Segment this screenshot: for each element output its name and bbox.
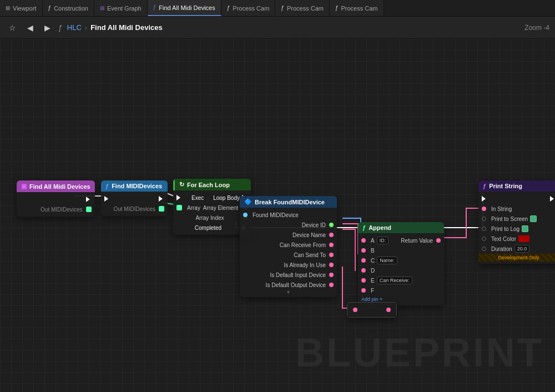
node-append[interactable]: ƒ Append A ID: Return Value B C Name: (358, 222, 444, 305)
append-b-pin[interactable] (361, 248, 366, 253)
node-find-mididevices[interactable]: ƒ Find MIDIDevices Out MIDIDevices (101, 180, 168, 216)
tab-construction[interactable]: ƒ Construction (43, 0, 94, 16)
print-printtoscreen-pin[interactable] (482, 217, 486, 221)
print-printtoscreen-label: Print to Screen (491, 216, 528, 222)
break-isalready-pin[interactable] (329, 263, 334, 267)
foreach-array-element-label: Array Element (203, 205, 238, 211)
breadcrumb: HLC › Find All Midi Devices (67, 23, 163, 32)
print-duration-value[interactable]: 20.0 (514, 245, 530, 253)
append-f-row: F (358, 285, 444, 295)
node-connector-bottom[interactable] (347, 302, 397, 318)
print-instring-pin[interactable] (482, 207, 486, 211)
node-print-string[interactable]: ƒ Print String In String Print to Screen… (478, 180, 555, 264)
breadcrumb-current: Find All Midi Devices (90, 23, 163, 32)
break-isdefaultoutput-pin[interactable] (329, 283, 334, 287)
append-d-pin[interactable] (361, 268, 366, 273)
tab-bar: ⊞ Viewport ƒ Construction ⊞ Event Graph … (0, 0, 555, 17)
append-returnvalue-pin[interactable] (436, 238, 441, 243)
break-devicename-pin[interactable] (329, 233, 334, 237)
find-midi-out-pin[interactable] (86, 207, 92, 212)
append-header: ƒ Append (358, 222, 444, 233)
break-isdefaultinput-row: Is Default Input Device (240, 270, 337, 280)
tab-event-graph[interactable]: ⊞ Event Graph (94, 0, 148, 16)
break-deviceid-pin[interactable] (329, 223, 334, 227)
break-devicename-row: Device Name (240, 230, 337, 240)
connector-right-pin[interactable] (386, 308, 391, 312)
connector-left-pin[interactable] (353, 308, 357, 312)
print-printtoscreen-checkbox[interactable] (530, 215, 537, 222)
connector-bottom-row (350, 305, 394, 315)
append-c-value[interactable]: Name: (377, 257, 397, 264)
tab-find-all-midi[interactable]: ƒ Find All Midi Devices (148, 0, 221, 16)
breadcrumb-root[interactable]: HLC (67, 23, 82, 32)
print-exec-in[interactable] (482, 196, 487, 202)
find-devices-exec-in[interactable] (104, 196, 110, 202)
break-cansend-label: Can Send To (294, 252, 326, 258)
append-e-value[interactable]: Can Receive: (377, 277, 412, 284)
break-devicename-label: Device Name (292, 232, 326, 238)
tab-construction-label: Construction (54, 5, 88, 12)
print-duration-pin[interactable] (482, 247, 486, 251)
append-c-pin[interactable] (361, 258, 366, 263)
break-title: Break FoundMIDIDevice (255, 199, 325, 205)
func-icon: ƒ (58, 23, 63, 32)
print-textcolor-pin[interactable] (482, 237, 486, 241)
foreach-array-in-pin[interactable] (176, 205, 182, 210)
process-cam1-icon: ƒ (227, 5, 230, 11)
tab-viewport[interactable]: ⊞ Viewport (0, 0, 43, 16)
break-isdefaultinput-pin[interactable] (329, 273, 334, 277)
print-devonly-label: Development Only (478, 254, 555, 262)
find-devices-exec-out[interactable] (159, 196, 164, 202)
break-deviceid-label: Device ID (302, 222, 326, 228)
construction-icon: ƒ (48, 5, 52, 11)
break-found-in-pin[interactable] (243, 213, 248, 217)
tab-process-cam1[interactable]: ƒ Process Cam (221, 0, 276, 16)
break-body: Found MIDIDevice Device ID Device Name C… (240, 208, 337, 297)
print-textcolor-swatch[interactable] (518, 235, 529, 242)
print-exec-out[interactable] (550, 196, 555, 202)
break-cansend-pin[interactable] (329, 253, 334, 257)
print-duration-row: Duration 20.0 (478, 244, 555, 254)
tab-process-cam2[interactable]: ƒ Process Cam (275, 0, 330, 16)
node-break-found-midi[interactable]: 🔷 Break FoundMIDIDevice Found MIDIDevice… (240, 196, 337, 297)
append-c-row: C Name: (358, 255, 444, 265)
watermark: BLUEPRINT (295, 330, 544, 375)
append-body: A ID: Return Value B C Name: D E C (358, 233, 444, 305)
print-textcolor-label: Text Color (491, 236, 516, 242)
append-title: Append (369, 224, 391, 231)
find-devices-icon: ƒ (105, 183, 109, 189)
back-button[interactable]: ◀ (24, 21, 37, 34)
node-foreach[interactable]: ↻ For Each Loop Exec Loop Body Array Arr… (173, 179, 251, 235)
toolbar: ☆ ◀ ▶ ƒ HLC › Find All Midi Devices Zoom… (0, 17, 555, 39)
append-b-row: B (358, 245, 444, 255)
append-a-value[interactable]: ID: (377, 237, 389, 244)
find-midi-exec-out-pin[interactable] (86, 197, 92, 202)
bookmark-button[interactable]: ☆ (6, 21, 19, 34)
foreach-exec-in[interactable] (176, 195, 182, 200)
find-devices-out-row: Out MIDIDevices (101, 204, 168, 214)
append-e-pin[interactable] (361, 278, 366, 283)
break-canreceive-pin[interactable] (329, 243, 334, 247)
append-f-pin[interactable] (361, 288, 366, 293)
node-find-all-midi[interactable]: ▣ Find All Midi Devices Out MIDIDevices (17, 180, 95, 217)
append-d-row: D (358, 265, 444, 275)
node-find-all-midi-header: ▣ Find All Midi Devices (17, 180, 95, 192)
print-printtolog-label: Print to Log (491, 226, 519, 232)
print-printtolog-row: Print to Log (478, 224, 555, 234)
append-a-pin[interactable] (361, 238, 366, 243)
append-a-row: A ID: Return Value (358, 235, 444, 245)
print-printtolog-pin[interactable] (482, 227, 486, 231)
find-devices-out-pin[interactable] (159, 206, 164, 212)
canvas[interactable]: ▣ Find All Midi Devices Out MIDIDevices … (0, 39, 555, 392)
tab-process-cam3[interactable]: ƒ Process Cam (330, 0, 384, 16)
find-devices-body: Out MIDIDevices (101, 192, 168, 216)
foreach-completed-row: Completed (173, 223, 251, 233)
foreach-exec-row: Exec Loop Body (173, 193, 251, 203)
print-printtolog-checkbox[interactable] (522, 225, 528, 232)
break-isdefaultinput-label: Is Default Input Device (270, 272, 326, 278)
append-addpin-label[interactable]: Add pin + (361, 296, 382, 302)
append-e-label: E (371, 278, 375, 284)
append-f-label: F (371, 288, 374, 294)
break-found-row: Found MIDIDevice (240, 210, 337, 220)
forward-button[interactable]: ▶ (41, 21, 54, 34)
